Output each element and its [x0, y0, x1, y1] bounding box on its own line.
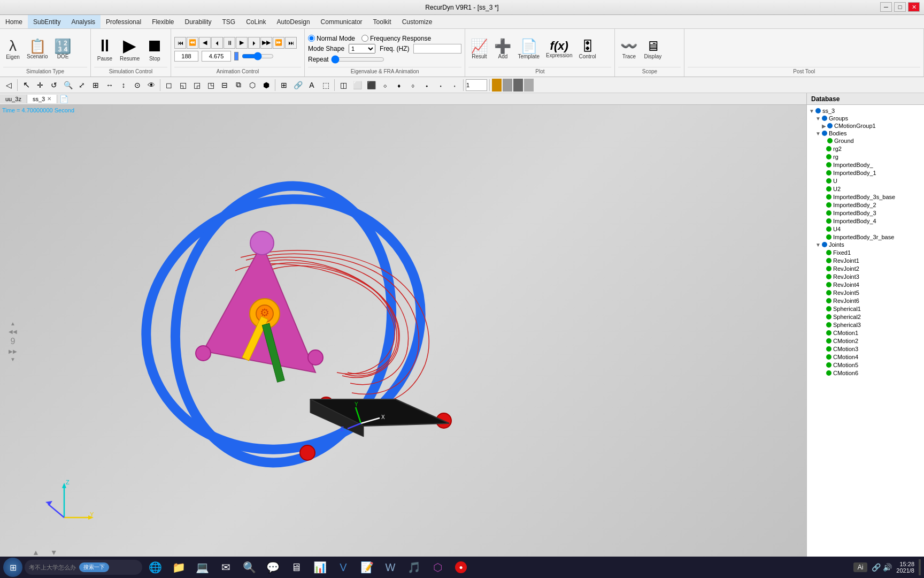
tab-file-icon[interactable]: 📄: [59, 95, 68, 103]
mode-shape-select[interactable]: 1: [349, 44, 375, 54]
anim-next-step-button[interactable]: ⏵: [248, 37, 260, 49]
toolbar2-btn-9[interactable]: ⊙: [131, 79, 144, 92]
tree-item-revjoint6[interactable]: ▶ RevJoint6: [809, 296, 922, 305]
toolbar2-btn-23[interactable]: ⬜: [351, 79, 364, 92]
toolbar2-btn-rotate[interactable]: ↺: [48, 79, 60, 92]
tree-item-joints[interactable]: ▼ Joints: [809, 241, 922, 248]
taskbar-chat-icon[interactable]: 💬: [262, 558, 283, 577]
toolbar2-btn-19[interactable]: 🔗: [291, 79, 304, 92]
tab-ss3[interactable]: ss_3 ✕: [27, 95, 57, 103]
menu-toolkit[interactable]: Toolkit: [368, 15, 397, 28]
menu-subentity[interactable]: SubEntity: [28, 15, 66, 28]
toolbar2-btn-18[interactable]: ⬢: [260, 79, 273, 92]
tree-item-rg2[interactable]: ▶ rg2: [809, 144, 922, 153]
toolbar2-btn-21[interactable]: ⬚: [319, 79, 332, 92]
toolbar2-btn-25[interactable]: ⬦: [379, 79, 391, 92]
tray-network-icon[interactable]: 🔗: [872, 563, 881, 572]
toolbar2-num-input[interactable]: [466, 79, 487, 91]
anim-next-fast-button[interactable]: ⏩: [273, 37, 284, 49]
tree-item-cmotion1[interactable]: ▶ CMotion1: [809, 329, 922, 337]
toolbar2-btn-11[interactable]: ◻: [163, 79, 175, 92]
taskbar-app2-icon[interactable]: 📊: [309, 558, 330, 577]
tree-item-revjoint1[interactable]: ▶ RevJoint1: [809, 256, 922, 264]
tray-volume-icon[interactable]: 🔊: [883, 563, 892, 572]
expression-button[interactable]: f(x) Expression: [544, 39, 574, 59]
taskbar-app7-icon[interactable]: ⬡: [427, 558, 448, 577]
tree-item-bodies[interactable]: ▼ Bodies: [809, 130, 922, 137]
menu-flexible[interactable]: Flexible: [147, 15, 179, 28]
anim-last-button[interactable]: ⏭: [285, 37, 297, 49]
toolbar2-btn-color4[interactable]: [524, 79, 534, 92]
toolbar2-btn-6[interactable]: ⊞: [89, 79, 102, 92]
taskbar-app4-icon[interactable]: 📝: [356, 558, 378, 577]
taskbar-mail-icon[interactable]: ✉: [215, 558, 236, 577]
tree-item-revjoint2[interactable]: ▶ RevJoint2: [809, 264, 922, 272]
tree-item-spherical1[interactable]: ▶ Spherical1: [809, 305, 922, 313]
result-button[interactable]: 📈 Result: [468, 37, 490, 61]
taskbar-clock[interactable]: 15:28 2021/8: [896, 561, 914, 574]
toolbar2-btn-27[interactable]: ⬨: [406, 79, 419, 92]
menu-home[interactable]: Home: [0, 15, 28, 28]
tree-item-revjoint3[interactable]: ▶ RevJoint3: [809, 272, 922, 280]
resume-button[interactable]: ▶ Resume: [118, 35, 142, 62]
tree-item-spherical2[interactable]: ▶ Spherical2: [809, 313, 922, 321]
menu-analysis[interactable]: Analysis: [66, 15, 101, 28]
tree-root-ss3[interactable]: ▼ ss_3: [809, 107, 922, 115]
anim-prev-button[interactable]: ◀: [199, 37, 211, 49]
tree-item-spherical3[interactable]: ▶ Spherical3: [809, 321, 922, 329]
tab-uu3z[interactable]: uu_3z: [0, 95, 27, 103]
tree-item-importedbody2[interactable]: ▶ ImportedBody_2: [809, 201, 922, 209]
menu-professional[interactable]: Professional: [101, 15, 147, 28]
menu-customize[interactable]: Customize: [397, 15, 438, 28]
tree-item-importedbody3sbase[interactable]: ▶ ImportedBody_3s_base: [809, 193, 922, 201]
start-button[interactable]: ⊞: [3, 558, 22, 577]
tree-item-u2[interactable]: ▶ U2: [809, 185, 922, 193]
tree-item-groups[interactable]: ▼ Groups: [809, 115, 922, 122]
normal-mode-radio-input[interactable]: [308, 35, 315, 42]
speed-slider[interactable]: [242, 52, 274, 60]
taskbar-store-icon[interactable]: 💻: [191, 558, 213, 577]
menu-tsg[interactable]: TSG: [217, 15, 241, 28]
taskbar-edge-icon[interactable]: 🌐: [144, 558, 166, 577]
tree-item-cmotion5[interactable]: ▶ CMotion5: [809, 361, 922, 369]
toolbar2-btn-17[interactable]: ⬡: [246, 79, 259, 92]
toolbar2-btn-24[interactable]: ⬛: [365, 79, 378, 92]
normal-mode-radio[interactable]: Normal Mode: [308, 35, 355, 42]
tree-item-cmotion3[interactable]: ▶ CMotion3: [809, 345, 922, 353]
taskbar-explorer-icon[interactable]: 📁: [168, 558, 189, 577]
toolbar2-btn-grid[interactable]: ⊞: [278, 79, 290, 92]
eigen-button[interactable]: λ Eigen: [3, 37, 22, 62]
anim-play-button[interactable]: ▶: [236, 37, 248, 49]
toolbar2-btn-26[interactable]: ⬧: [392, 79, 405, 92]
toolbar2-btn-30[interactable]: ⬫: [448, 79, 461, 92]
time-input[interactable]: [202, 51, 231, 62]
display-button[interactable]: 🖥 Display: [642, 37, 664, 61]
trace-button[interactable]: 〰️ Trace: [618, 37, 640, 61]
tree-item-fixed1[interactable]: ▶ Fixed1: [809, 248, 922, 256]
repeat-slider[interactable]: [331, 55, 384, 64]
tree-item-u[interactable]: ▶ U: [809, 177, 922, 185]
menu-colink[interactable]: CoLink: [241, 15, 271, 28]
toolbar2-btn-8[interactable]: ↕: [117, 79, 130, 92]
toolbar2-btn-13[interactable]: ◲: [190, 79, 203, 92]
toolbar2-btn-1[interactable]: ◁: [2, 79, 15, 92]
toolbar2-btn-28[interactable]: ⬩: [420, 79, 433, 92]
taskbar-app5-icon[interactable]: W: [380, 558, 401, 577]
control-button[interactable]: 🎛 Control: [576, 37, 598, 61]
taskbar-app8-icon[interactable]: ●: [450, 558, 472, 577]
show-desktop-button[interactable]: [919, 559, 921, 575]
anim-prev-step-button[interactable]: ⏴: [211, 37, 223, 49]
ai-badge[interactable]: Ai: [853, 562, 868, 572]
toolbar2-btn-7[interactable]: ↔: [103, 79, 116, 92]
stop-button[interactable]: ⏹ Stop: [144, 35, 165, 62]
toolbar2-btn-14[interactable]: ◳: [204, 79, 217, 92]
toolbar2-btn-10[interactable]: 👁: [145, 79, 158, 92]
add-button[interactable]: ➕ Add: [492, 37, 513, 61]
toolbar2-btn-color1[interactable]: [492, 79, 502, 92]
anim-pause-button[interactable]: ⏸: [224, 37, 235, 49]
tree-item-importedbody3rbase[interactable]: ▶ ImportedBody_3r_base: [809, 233, 922, 241]
maximize-button[interactable]: □: [894, 2, 906, 12]
frame-input[interactable]: [174, 51, 198, 62]
tree-item-importedbody3[interactable]: ▶ ImportedBody_3: [809, 209, 922, 217]
toolbar2-btn-20[interactable]: A: [305, 79, 318, 92]
